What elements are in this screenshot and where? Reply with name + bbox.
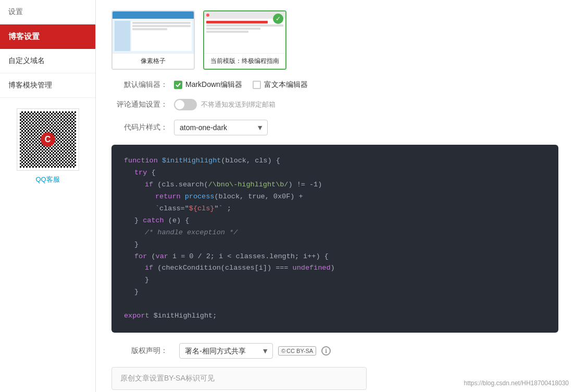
code-style-row: 代码片样式： atom-one-dark github monokai vs20…: [111, 120, 558, 135]
theme-label-ultimate: 当前模版：终极编程指南: [204, 53, 285, 69]
qr-logo: C: [41, 132, 55, 147]
theme-row: 像素格子 ✓ 当前模版：终极编程指南: [111, 10, 558, 70]
theme-card-ultimate[interactable]: ✓ 当前模版：终极编程指南: [203, 10, 286, 70]
sidebar-item-blog-settings[interactable]: 博客设置: [0, 24, 95, 49]
theme-thumb-content: [131, 21, 192, 51]
comment-label: 评论通知设置：: [111, 100, 174, 109]
editor-option-richtext[interactable]: 富文本编辑器: [253, 80, 308, 90]
sidebar-item-custom-domain[interactable]: 自定义域名: [0, 49, 95, 73]
editor-option-markdown[interactable]: MarkDown编辑器: [174, 80, 242, 90]
radio-markdown-selected: [174, 81, 182, 89]
active-theme-badge: ✓: [273, 14, 283, 24]
code-style-label: 代码片样式：: [111, 123, 174, 132]
code-preview-block: function $initHighlight(block, cls) { tr…: [111, 145, 558, 333]
copyright-select[interactable]: 署名-相同方式共享 署名 署名-非商业性使用: [179, 343, 273, 359]
theme-thumb-sidebar: [115, 21, 130, 51]
code-style-select-wrap: atom-one-dark github monokai vs2015 ▼: [174, 120, 268, 135]
cc-badge: © CC BY-SA: [278, 346, 316, 356]
theme-card-pixel[interactable]: 像素格子: [111, 10, 195, 70]
sidebar-item-module-manage[interactable]: 博客模块管理: [0, 73, 95, 98]
comment-toggle-label: 不将通知发送到绑定邮箱: [201, 100, 276, 109]
copyright-info-box: 原创文章设置BY-SA标识可见: [111, 367, 367, 390]
copyright-select-wrap: 署名-相同方式共享 署名 署名-非商业性使用 ▼: [179, 343, 273, 359]
editor-richtext-label: 富文本编辑器: [264, 80, 308, 90]
sidebar-qr-section: C QQ客服: [0, 102, 95, 191]
cc-icon: ©: [281, 348, 285, 354]
thumb-line: [206, 28, 260, 30]
header-dot: [206, 14, 209, 17]
thumb-line: [132, 22, 191, 24]
code-style-select[interactable]: atom-one-dark github monokai vs2015: [174, 120, 268, 135]
copyright-label: 版权声明：: [111, 346, 174, 356]
code-preview-section: function $initHighlight(block, cls) { tr…: [111, 145, 558, 333]
comment-toggle[interactable]: [174, 99, 197, 110]
toggle-knob: [175, 100, 184, 109]
sidebar: 设置 博客设置 自定义域名 博客模块管理 C QQ客服: [0, 0, 96, 392]
theme-thumb-body: [113, 19, 194, 53]
comment-row: 评论通知设置： 不将通知发送到绑定邮箱: [111, 99, 558, 110]
theme-thumb-header: [113, 11, 194, 19]
editor-label: 默认编辑器：: [111, 80, 174, 90]
sidebar-header: 设置: [0, 0, 95, 24]
info-icon[interactable]: ℹ: [321, 346, 331, 356]
thumb-line: [206, 31, 248, 33]
thumb-line: [132, 25, 191, 27]
radio-richtext-unselected: [253, 81, 261, 89]
editor-markdown-label: MarkDown编辑器: [185, 80, 242, 90]
theme-label-pixel: 像素格子: [113, 53, 194, 69]
editor-row: 默认编辑器： MarkDown编辑器 富文本编辑器: [111, 80, 558, 90]
thumb-line: [132, 28, 167, 30]
qq-service-link[interactable]: QQ客服: [35, 175, 59, 184]
footer-link: https://blog.csdn.net/HH18700418030: [464, 380, 569, 387]
theme-thumb-pixel: [113, 11, 194, 53]
copyright-row: 版权声明： 署名-相同方式共享 署名 署名-非商业性使用 ▼ © CC BY-S…: [111, 343, 558, 359]
thumb-line: [206, 24, 283, 27]
cc-badge-text: CC BY-SA: [286, 348, 313, 354]
editor-options: MarkDown编辑器 富文本编辑器: [174, 80, 308, 90]
main-content: 像素格子 ✓ 当前模版：终极编程指南: [96, 0, 574, 392]
qr-code-image: C: [17, 108, 79, 171]
thumb-redline: [206, 21, 268, 23]
